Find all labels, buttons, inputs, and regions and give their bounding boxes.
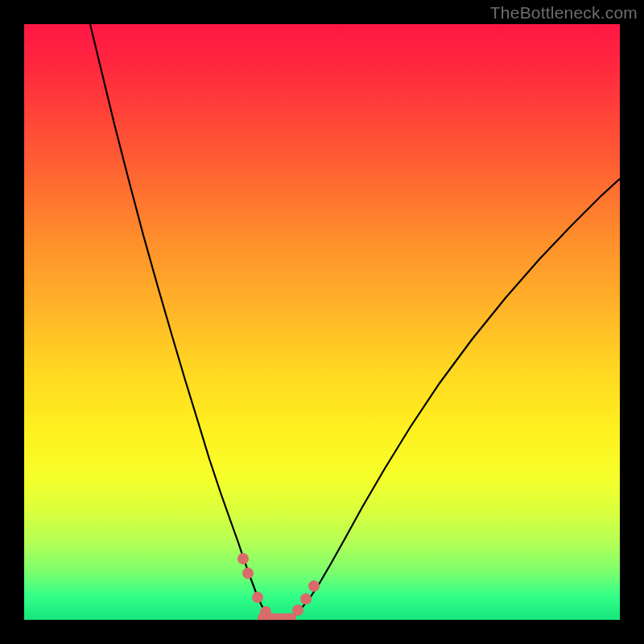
valley-marker: [308, 580, 320, 592]
watermark-text: TheBottleneck.com: [490, 3, 638, 23]
curves-svg: [24, 24, 620, 620]
valley-bar: [258, 613, 296, 620]
plot-gradient-background: [24, 24, 620, 620]
valley-marker: [300, 593, 312, 605]
curve-left-branch: [90, 24, 275, 620]
valley-marker: [242, 568, 254, 579]
valley-marker: [237, 553, 249, 564]
chart-frame: TheBottleneck.com: [0, 0, 644, 644]
valley-marker: [252, 592, 263, 603]
valley-markers-group: [237, 553, 320, 617]
curve-right-branch: [275, 179, 620, 620]
